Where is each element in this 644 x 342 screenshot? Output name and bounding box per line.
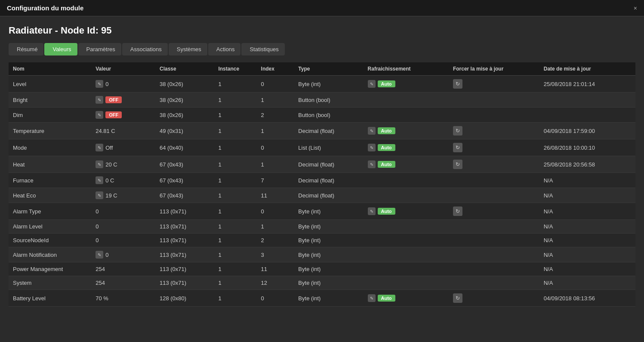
cell-index-14: 0 [257, 290, 294, 307]
cell-date-12: N/A [539, 262, 635, 276]
valeur-text-5: 20 C [105, 161, 117, 168]
cell-classe-5: 67 (0x43) [155, 156, 214, 173]
rafraich-edit-icon-8[interactable]: ✎ [368, 207, 376, 215]
edit-icon-6[interactable]: ✎ [96, 176, 103, 184]
rafraich-edit-icon-4[interactable]: ✎ [368, 144, 376, 151]
tab-parametres[interactable]: Paramètres [78, 43, 121, 55]
valeur-text-7: 19 C [105, 192, 117, 199]
main-content: Radiateur - Node Id: 95 RésuméValeursPar… [0, 16, 644, 311]
edit-icon-7[interactable]: ✎ [96, 191, 103, 199]
cell-nom-4: Mode [9, 139, 91, 156]
cell-valeur-2: ✎OFF [91, 108, 155, 123]
table-row: Bright✎OFF38 (0x26)11Button (bool) [9, 92, 635, 108]
rafraich-edit-icon-3[interactable]: ✎ [368, 127, 376, 135]
cell-index-8: 0 [257, 203, 294, 220]
refresh-icon-4[interactable]: ↻ [453, 143, 462, 152]
tab-valeurs[interactable]: Valeurs [44, 43, 77, 55]
cell-date-10: N/A [539, 234, 635, 247]
auto-button-0[interactable]: Auto [378, 80, 395, 87]
cell-instance-12: 1 [214, 262, 256, 276]
cell-classe-7: 67 (0x43) [155, 188, 214, 203]
edit-icon-0[interactable]: ✎ [96, 80, 103, 88]
auto-button-8[interactable]: Auto [378, 208, 395, 215]
cell-forcer-2 [449, 108, 539, 123]
cell-classe-2: 38 (0x26) [155, 108, 214, 123]
title-bar-text: Configuration du module [7, 4, 83, 12]
edit-icon-2[interactable]: ✎ [96, 111, 103, 119]
edit-icon-5[interactable]: ✎ [96, 160, 103, 168]
cell-type-13: Byte (int) [294, 276, 363, 290]
col-header-nom: Nom [9, 62, 91, 76]
cell-classe-3: 49 (0x31) [155, 123, 214, 139]
tab-label-parametres: Paramètres [86, 46, 115, 52]
cell-rafraichissement-3: ✎Auto [364, 123, 449, 139]
tab-associations[interactable]: Associations [122, 43, 168, 55]
tab-systemes[interactable]: Systèmes [169, 43, 207, 55]
cell-valeur-4: ✎Off [91, 139, 155, 156]
cell-instance-10: 1 [214, 234, 256, 247]
rafraich-edit-icon-14[interactable]: ✎ [368, 294, 376, 302]
valeur-text-14: 70 % [96, 295, 108, 302]
cell-rafraichissement-8: ✎Auto [364, 203, 449, 220]
edit-icon-4[interactable]: ✎ [96, 144, 103, 151]
refresh-icon-14[interactable]: ↻ [453, 293, 462, 303]
edit-icon-1[interactable]: ✎ [96, 96, 103, 104]
valeur-text-9: 0 [96, 223, 99, 230]
cell-index-7: 11 [257, 188, 294, 203]
off-button-1[interactable]: OFF [105, 96, 122, 103]
cell-valeur-12: 254 [91, 262, 155, 276]
cell-classe-10: 113 (0x71) [155, 234, 214, 247]
col-header-type: Type [294, 62, 363, 76]
cell-rafraichissement-9 [364, 220, 449, 234]
cell-valeur-13: 254 [91, 276, 155, 290]
cell-forcer-8: ↻ [449, 203, 539, 220]
table-row: Heat✎20 C67 (0x43)11Decimal (float)✎Auto… [9, 156, 635, 173]
table-row: System254113 (0x71)112Byte (int)N/A [9, 276, 635, 290]
auto-button-14[interactable]: Auto [378, 295, 395, 302]
cell-rafraichissement-6 [364, 173, 449, 188]
valeur-text-11: 0 [105, 252, 108, 258]
cell-rafraichissement-14: ✎Auto [364, 290, 449, 307]
auto-button-4[interactable]: Auto [378, 144, 395, 151]
refresh-icon-5[interactable]: ↻ [453, 160, 462, 169]
cell-index-5: 1 [257, 156, 294, 173]
table-row: Power Management254113 (0x71)111Byte (in… [9, 262, 635, 276]
valeur-text-8: 0 [96, 208, 99, 215]
tab-actions[interactable]: Actions [208, 43, 241, 55]
edit-icon-11[interactable]: ✎ [96, 251, 103, 259]
cell-nom-5: Heat [9, 156, 91, 173]
col-header-forcer: Forcer la mise à jour [449, 62, 539, 76]
cell-type-4: List (List) [294, 139, 363, 156]
rafraich-edit-icon-0[interactable]: ✎ [368, 80, 376, 88]
tab-statistiques[interactable]: Statistiques [241, 43, 284, 55]
cell-date-11: N/A [539, 247, 635, 262]
refresh-icon-0[interactable]: ↻ [453, 79, 462, 89]
refresh-icon-8[interactable]: ↻ [453, 206, 462, 216]
cell-nom-6: Furnace [9, 173, 91, 188]
close-button[interactable]: × [634, 5, 637, 12]
col-header-rafraichissement: Rafraichissement [364, 62, 449, 76]
off-button-2[interactable]: OFF [105, 111, 122, 118]
table-row: Temperature24.81 C49 (0x31)11Decimal (fl… [9, 123, 635, 139]
cell-classe-1: 38 (0x26) [155, 92, 214, 108]
auto-button-3[interactable]: Auto [378, 127, 395, 134]
cell-classe-9: 113 (0x71) [155, 220, 214, 234]
cell-rafraichissement-13 [364, 276, 449, 290]
col-header-valeur: Valeur [91, 62, 155, 76]
rafraich-edit-icon-5[interactable]: ✎ [368, 160, 376, 168]
table-row: Alarm Type0113 (0x71)10Byte (int)✎Auto↻N… [9, 203, 635, 220]
valeur-text-3: 24.81 C [96, 128, 115, 134]
cell-type-11: Byte (int) [294, 247, 363, 262]
tab-label-associations: Associations [130, 46, 162, 52]
cell-type-8: Byte (int) [294, 203, 363, 220]
cell-date-7: N/A [539, 188, 635, 203]
cell-classe-14: 128 (0x80) [155, 290, 214, 307]
cell-forcer-5: ↻ [449, 156, 539, 173]
auto-button-5[interactable]: Auto [378, 161, 395, 168]
refresh-icon-3[interactable]: ↻ [453, 126, 462, 136]
cell-type-7: Decimal (float) [294, 188, 363, 203]
cell-instance-14: 1 [214, 290, 256, 307]
tab-resume[interactable]: Résumé [9, 43, 43, 55]
page-title: Radiateur - Node Id: 95 [9, 25, 635, 36]
cell-valeur-6: ✎0 C [91, 173, 155, 188]
